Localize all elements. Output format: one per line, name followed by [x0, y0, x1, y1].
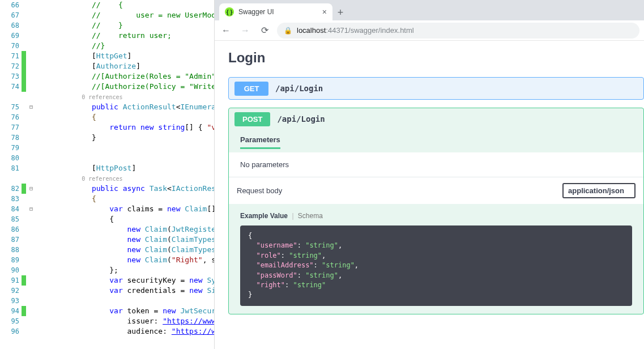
reload-button[interactable]: ⟳ [258, 24, 271, 37]
close-tab-icon[interactable]: × [322, 7, 327, 16]
line-number: 87 [0, 235, 22, 245]
change-marker [22, 20, 26, 31]
code-line[interactable]: 87 new Claim(ClaimTypes.R [0, 235, 214, 245]
code-line[interactable]: 84⊟ var claims = new Claim[] [0, 204, 214, 214]
change-marker [22, 112, 26, 122]
back-button[interactable]: ← [219, 24, 233, 37]
browser-tab[interactable]: { } Swagger UI × [219, 3, 332, 20]
code-line[interactable]: 68 // } [0, 20, 214, 31]
line-number: 67 [0, 10, 22, 20]
browser-toolbar: ← → ⟳ 🔒 localhost:44371/swagger/index.ht… [215, 20, 644, 41]
change-marker [22, 316, 26, 326]
code-line[interactable]: 82⊟ public async Task<IActionResu [0, 184, 214, 194]
line-number: 95 [0, 316, 22, 326]
line-number: 74 [0, 82, 22, 92]
request-body-example[interactable]: { "username": "string", "role": "string"… [240, 225, 632, 306]
code-content: //} [36, 41, 214, 51]
code-content: new Claim(ClaimTypes.R [36, 235, 214, 245]
code-line[interactable]: 75⊟ public ActionResult<IEnumerab [0, 102, 214, 112]
address-bar[interactable]: 🔒 localhost:44371/swagger/index.html [277, 23, 639, 39]
code-content [36, 143, 214, 153]
code-line[interactable]: 91 var securityKey = new Sym [0, 275, 214, 286]
code-content: var token = new JwtSecurit [36, 306, 214, 316]
endpoint-path: /api/Login [277, 114, 325, 124]
code-content: { [36, 214, 214, 224]
line-number: 75 [0, 102, 22, 112]
no-parameters-text: No parameters [229, 152, 643, 177]
code-content: // { [36, 0, 214, 10]
line-number: 81 [0, 163, 22, 173]
code-content: new Claim("Right", som [36, 255, 214, 265]
schema-tab[interactable]: Schema [298, 212, 323, 220]
line-number: 76 [0, 112, 22, 122]
change-marker [22, 41, 26, 51]
code-content: // user = new UserMode [36, 10, 214, 20]
line-number: 70 [0, 41, 22, 51]
code-line[interactable]: 92 var credentials = new Sig [0, 286, 214, 296]
code-content: } [36, 133, 214, 143]
code-content: var securityKey = new Sym [36, 275, 214, 286]
line-number: 73 [0, 71, 22, 82]
change-marker [22, 153, 26, 163]
code-line[interactable]: 71 [HttpGet] [0, 51, 214, 61]
code-line[interactable]: 79 [0, 143, 214, 153]
code-content [36, 153, 214, 163]
code-line[interactable]: 67 // user = new UserMode [0, 10, 214, 20]
fold-toggle-icon[interactable]: ⊟ [26, 204, 36, 214]
code-line[interactable]: 96 audience: "https://www.y [0, 326, 214, 337]
code-editor[interactable]: 66 // {67 // user = new UserMode68 // }6… [0, 0, 214, 349]
opblock-summary[interactable]: POST /api/Login [229, 108, 643, 130]
code-line[interactable]: 73 //[Authorize(Roles = "Admin")] [0, 71, 214, 82]
lock-icon: 🔒 [284, 27, 292, 35]
code-line[interactable]: 83 { [0, 194, 214, 204]
swagger-favicon-icon: { } [225, 7, 234, 16]
code-line[interactable]: 95 issuer: "https://www.yog [0, 316, 214, 326]
code-line[interactable]: 81 [HttpPost] [0, 163, 214, 173]
code-content: 0 references [36, 173, 214, 184]
line-number: 66 [0, 0, 22, 10]
example-value-tab[interactable]: Example Value [240, 212, 288, 220]
mime-type-select[interactable]: application/json [562, 183, 636, 198]
change-marker [22, 194, 26, 204]
fold-toggle-icon[interactable]: ⊟ [26, 102, 36, 112]
code-line[interactable]: 93 [0, 296, 214, 306]
code-line[interactable]: 86 new Claim(JwtRegistere [0, 224, 214, 235]
code-line[interactable]: 85 { [0, 214, 214, 224]
code-line[interactable]: 90 }; [0, 265, 214, 275]
request-body-row: Request body application/json [229, 177, 643, 204]
new-tab-button[interactable]: + [332, 5, 348, 20]
code-content: // } [36, 20, 214, 31]
code-line[interactable]: 88 new Claim(ClaimTypes.N [0, 245, 214, 255]
example-tabs: Example Value | Schema [229, 204, 643, 222]
code-line[interactable]: 89 new Claim("Right", som [0, 255, 214, 265]
fold-toggle-icon[interactable]: ⊟ [26, 184, 36, 194]
code-line[interactable]: 72 [Authorize] [0, 61, 214, 71]
change-marker [22, 71, 26, 82]
line-number: 71 [0, 51, 22, 61]
code-line[interactable]: 74 //[Authorize(Policy = "Write" [0, 82, 214, 92]
code-line[interactable]: 0 references [0, 92, 214, 102]
parameters-tab[interactable]: Parameters [240, 135, 280, 149]
line-number: 79 [0, 143, 22, 153]
change-marker [22, 245, 26, 255]
code-line[interactable]: 80 [0, 153, 214, 163]
tab-title: Swagger UI [238, 8, 318, 16]
code-line[interactable]: 69 // return user; [0, 31, 214, 41]
code-line[interactable]: 70 //} [0, 41, 214, 51]
code-line[interactable]: 76 { [0, 112, 214, 122]
code-line[interactable]: 66 // { [0, 0, 214, 10]
code-line[interactable]: 77 return new string[] { "va [0, 122, 214, 133]
code-line[interactable]: 78 } [0, 133, 214, 143]
forward-button[interactable]: → [238, 24, 252, 37]
change-marker [22, 143, 26, 153]
change-marker [22, 0, 26, 10]
code-content: new Claim(ClaimTypes.N [36, 245, 214, 255]
change-marker [22, 255, 26, 265]
opblock-summary[interactable]: GET /api/Login [229, 78, 643, 99]
code-content: 0 references [36, 92, 214, 103]
line-number: 69 [0, 31, 22, 41]
code-line[interactable]: 94 var token = new JwtSecurit [0, 306, 214, 316]
code-line[interactable]: 0 references [0, 173, 214, 184]
change-marker [22, 326, 26, 337]
change-marker [22, 122, 26, 133]
